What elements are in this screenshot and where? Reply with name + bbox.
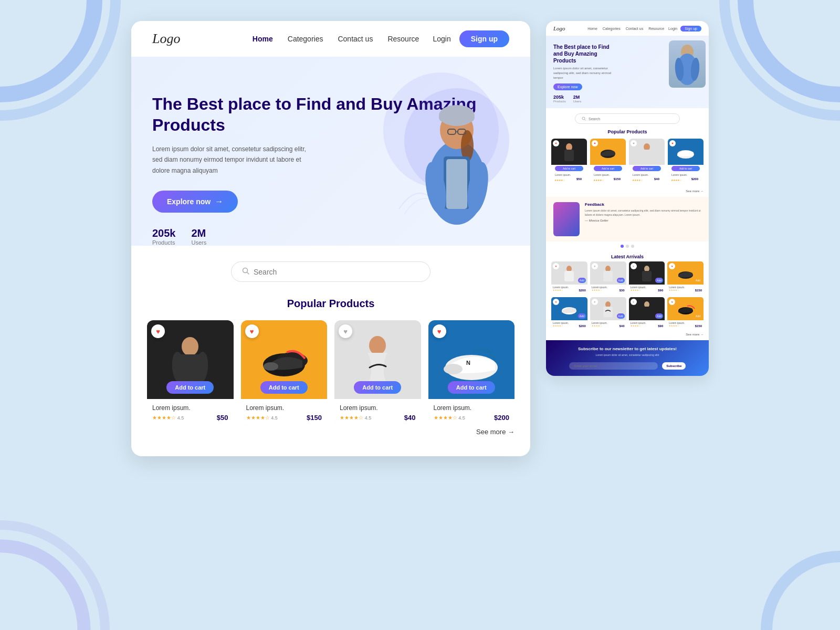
product-card-3[interactable]: ♥ Add to cart Lorem ipsum. ★★★★☆ 4.5 $40 xyxy=(334,320,421,425)
thumb-latest-img-3: ♥ Add xyxy=(629,261,665,285)
thumb-dot-3[interactable] xyxy=(631,245,634,248)
nav-resource[interactable]: Resource xyxy=(387,35,419,43)
wishlist-btn-1[interactable]: ♥ xyxy=(151,324,165,338)
svg-rect-43 xyxy=(564,150,574,161)
see-more-link[interactable]: See more → xyxy=(476,428,514,436)
thumb-dot-2[interactable] xyxy=(626,245,629,248)
thumb-products-grid: ♥ Add to cart Lorem ipsum. ★★★★☆ $50 ♥ xyxy=(546,139,709,190)
thumb-see-more-latest: See more → xyxy=(546,333,709,340)
thumb-wishlist-2: ♥ xyxy=(592,140,598,146)
svg-rect-53 xyxy=(642,271,652,281)
thumb-latest-add-7[interactable]: Add xyxy=(655,313,663,319)
product-card-2[interactable]: ♥ Add to cart Lorem ipsum. ★★★★☆ 4.5 $15… xyxy=(241,320,328,425)
thumb-prod-info-2: Add to cart Lorem ipsum. ★★★★☆ $150 xyxy=(590,165,626,184)
thumb-latest-grid-2: ♥ Add Lorem ipsum. ★★★★☆ $200 ♥ xyxy=(546,297,709,333)
thumb-latest-info-5: Lorem ipsum. ★★★★☆ $200 xyxy=(551,320,587,329)
nav-contact[interactable]: Contact us xyxy=(338,35,373,43)
thumb-dot-1[interactable] xyxy=(621,245,624,248)
thumb-latest-6[interactable]: ♥ Add Lorem ipsum. ★★★★☆ $40 xyxy=(590,297,626,329)
thumb-latest-wishlist-2: ♥ xyxy=(592,263,598,269)
thumb-latest-stars-8: ★★★★☆ xyxy=(669,324,679,328)
thumb-search-input[interactable] xyxy=(589,117,673,121)
thumb-latest-1[interactable]: ♥ Add Lorem ipsum. ★★★★☆ $200 xyxy=(551,261,587,293)
thumb-latest-add-6[interactable]: Add xyxy=(617,313,625,319)
svg-rect-59 xyxy=(642,307,652,317)
thumb-wishlist-4: ♥ xyxy=(669,140,676,146)
wishlist-btn-4[interactable]: ♥ xyxy=(433,324,446,338)
thumb-add-btn-4[interactable]: Add to cart xyxy=(671,166,700,171)
product-stars-1: ★★★★☆ 4.5 xyxy=(152,415,184,421)
thumb-nav-resource: Resource xyxy=(648,27,664,30)
product-stars-4: ★★★★☆ 4.5 xyxy=(434,415,465,421)
thumb-latest-title: Latest Arrivals xyxy=(546,251,709,261)
thumb-wishlist-3: ♥ xyxy=(631,140,637,146)
thumb-latest-add-2[interactable]: Add xyxy=(617,278,625,283)
thumb-add-btn-1[interactable]: Add to cart xyxy=(555,166,583,171)
thumb-latest-price-4: $150 xyxy=(695,289,702,292)
thumb-latest-2[interactable]: ♥ Add Lorem ipsum. ★★★★☆ $30 xyxy=(590,261,626,293)
thumb-newsletter-input[interactable] xyxy=(569,362,658,370)
explore-button[interactable]: Explore now xyxy=(152,191,238,213)
thumb-latest-wishlist-6: ♥ xyxy=(592,299,598,305)
thumb-add-btn-3[interactable]: Add to cart xyxy=(633,166,661,171)
thumb-latest-7[interactable]: ♥ Add Lorem ipsum. ★★★★☆ $90 xyxy=(629,297,665,329)
thumb-add-btn-2[interactable]: Add to cart xyxy=(594,166,622,171)
thumb-product-2[interactable]: ♥ Add to cart Lorem ipsum. ★★★★☆ $150 xyxy=(590,139,626,184)
add-to-cart-btn-2[interactable]: Add to cart xyxy=(260,381,308,394)
thumb-product-4[interactable]: ♥ Add to cart Lorem ipsum. ★★★★☆ $200 xyxy=(668,139,704,184)
signup-button[interactable]: Sign up xyxy=(459,30,509,47)
thumb-latest-4[interactable]: ♥ Add Lorem ipsum. ★★★★☆ $150 xyxy=(667,261,704,293)
thumb-prod-img-3: ♥ xyxy=(629,139,665,165)
thumb-latest-add-4[interactable]: Add xyxy=(694,278,702,283)
thumb-latest-5[interactable]: ♥ Add Lorem ipsum. ★★★★☆ $200 xyxy=(551,297,587,329)
svg-rect-14 xyxy=(446,159,467,209)
add-to-cart-btn-4[interactable]: Add to cart xyxy=(448,381,495,394)
products-section: Popular Products xyxy=(131,287,530,456)
product-card-4[interactable]: N ♥ Add to cart Lorem ipsum. ★★★★☆ 4.5 $… xyxy=(428,320,515,425)
wishlist-btn-2[interactable]: ♥ xyxy=(245,324,259,338)
thumb-prod-stars-1: ★★★★☆ xyxy=(554,178,565,182)
thumb-product-3[interactable]: ♥ Add to cart Lorem ipsum. ★★★★☆ $40 xyxy=(629,139,665,184)
add-to-cart-btn-1[interactable]: Add to cart xyxy=(166,381,214,394)
thumb-prod-price-2: $150 xyxy=(612,177,623,182)
thumb-latest-add-5[interactable]: Add xyxy=(578,313,586,319)
login-button[interactable]: Login xyxy=(433,35,450,43)
thumb-prod-price-3: $40 xyxy=(652,177,662,182)
thumb-latest-wishlist-7: ♥ xyxy=(631,299,637,305)
product-card-1[interactable]: ♥ Add to cart Lorem ipsum. ★★★★☆ 4.5 $50 xyxy=(147,320,234,425)
thumb-feedback: Feedback Lorem ipsum dolor sit amet, con… xyxy=(546,197,709,242)
product-image-3: ♥ Add to cart xyxy=(334,320,421,399)
thumb-latest-add-3[interactable]: Add xyxy=(655,278,663,283)
thumb-latest-info-7: Lorem ipsum. ★★★★☆ $90 xyxy=(629,320,665,329)
thumb-subscribe-button[interactable]: Subscribe xyxy=(662,362,686,370)
stat-products-label: Products xyxy=(152,239,176,246)
thumbnail-card: Logo Home Categories Contact us Resource… xyxy=(546,21,709,376)
stat-products: 205k Products xyxy=(152,227,176,246)
thumb-feedback-image xyxy=(553,202,580,236)
logo: Logo xyxy=(152,31,239,47)
product-price-3: $40 xyxy=(404,414,416,422)
thumb-product-1[interactable]: ♥ Add to cart Lorem ipsum. ★★★★☆ $50 xyxy=(551,139,587,184)
thumb-latest-add-8[interactable]: Add xyxy=(694,313,702,319)
nav-categories[interactable]: Categories xyxy=(288,35,323,43)
product-image-4: N ♥ Add to cart xyxy=(428,320,515,399)
thumb-latest-3[interactable]: ♥ Add Lorem ipsum. ★★★★☆ $90 xyxy=(629,261,665,293)
thumb-nav-links: Home Categories Contact us Resource xyxy=(587,27,664,30)
thumb-search-bar xyxy=(575,113,680,124)
thumb-navbar: Logo Home Categories Contact us Resource… xyxy=(546,21,709,36)
thumb-latest-info-8: Lorem ipsum. ★★★★☆ $150 xyxy=(667,320,704,329)
main-website-card: Logo Home Categories Contact us Resource… xyxy=(131,21,530,456)
search-input[interactable] xyxy=(254,268,419,276)
thumb-hero-title: The Best place to Find and Buy Amazing P… xyxy=(553,44,616,64)
thumb-prod-img-2: ♥ xyxy=(590,139,626,165)
see-more: See more → xyxy=(147,425,514,440)
thumb-prod-info-1: Add to cart Lorem ipsum. ★★★★☆ $50 xyxy=(551,165,587,184)
add-to-cart-btn-3[interactable]: Add to cart xyxy=(354,381,401,394)
nav-home[interactable]: Home xyxy=(253,35,273,43)
wishlist-btn-3[interactable]: ♥ xyxy=(339,324,352,338)
product-info-1: Lorem ipsum. ★★★★☆ 4.5 $50 xyxy=(147,399,234,425)
thumb-search xyxy=(546,108,709,129)
thumb-latest-add-1[interactable]: Add xyxy=(578,278,586,283)
thumb-latest-8[interactable]: ♥ Add Lorem ipsum. ★★★★☆ $150 xyxy=(667,297,704,329)
svg-point-22 xyxy=(182,337,198,356)
